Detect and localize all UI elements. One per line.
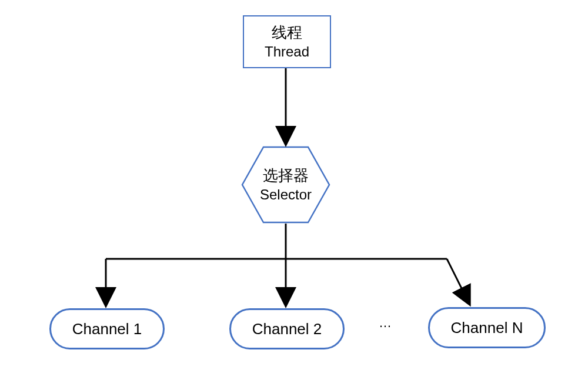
channel-1-label: Channel 1: [72, 320, 142, 338]
svg-line-6: [447, 259, 469, 304]
selector-label-en: Selector: [260, 185, 312, 204]
channel-2: Channel 2: [229, 308, 345, 349]
channel-2-label: Channel 2: [252, 320, 322, 338]
channel-n: Channel N: [428, 307, 546, 348]
thread-box: 线程 Thread: [243, 15, 331, 68]
channel-1: Channel 1: [49, 308, 165, 349]
selector-label: 选择器 Selector: [241, 146, 330, 224]
thread-label-cn: 线程: [272, 23, 302, 43]
selector-label-cn: 选择器: [263, 166, 309, 186]
channel-n-label: Channel N: [451, 319, 523, 337]
selector-hexagon: 选择器 Selector: [241, 146, 330, 224]
diagram-root: 线程 Thread 选择器 Selector Channel 1 Channel…: [0, 0, 588, 373]
thread-label-en: Thread: [265, 42, 309, 61]
ellipsis: …: [379, 315, 392, 331]
